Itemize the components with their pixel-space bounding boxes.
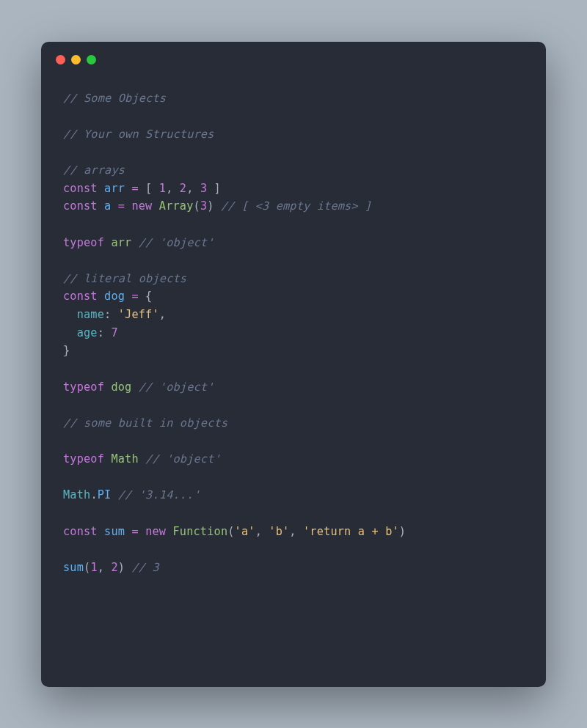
code-token: // [ <3 empty items> ] — [221, 199, 372, 213]
code-token: 'b' — [269, 525, 289, 538]
code-token: ( — [84, 561, 90, 574]
code-token: ( — [194, 199, 200, 213]
code-token: Array — [159, 199, 194, 213]
code-token — [98, 290, 104, 303]
code-content: // Some Objects // Your own Structures /… — [41, 69, 546, 599]
code-token: ) — [207, 199, 221, 213]
code-token: // Some Objects — [63, 92, 166, 105]
code-token: 1 — [90, 561, 97, 574]
code-token — [111, 199, 117, 213]
code-token: , — [166, 182, 180, 195]
code-editor-window: // Some Objects // Your own Structures /… — [41, 42, 546, 687]
code-token — [166, 525, 172, 538]
code-token: // Your own Structures — [63, 128, 214, 141]
code-token: typeof — [63, 380, 104, 394]
code-token: 'Jeff' — [118, 308, 159, 321]
code-token: { — [139, 290, 153, 303]
code-token: a — [104, 199, 111, 213]
code-token — [131, 380, 138, 394]
code-token: ) — [399, 525, 406, 538]
code-token: const — [63, 290, 98, 303]
code-token: arr — [104, 182, 125, 195]
code-token — [104, 452, 111, 466]
code-token — [139, 525, 145, 538]
code-token: : — [104, 308, 118, 321]
code-token — [63, 308, 77, 321]
code-token: ( — [227, 525, 234, 538]
code-token: 2 — [111, 561, 117, 574]
code-token: age — [77, 326, 98, 339]
code-token: , — [186, 182, 200, 195]
code-token: 3 — [200, 182, 207, 195]
code-token: 'a' — [235, 525, 255, 538]
code-token: // 'object' — [139, 236, 214, 249]
code-token: // 'object' — [139, 380, 214, 394]
code-token: [ — [139, 182, 159, 195]
code-token: sum — [104, 525, 125, 538]
code-token: // 3 — [131, 561, 158, 574]
code-token: dog — [104, 290, 125, 303]
code-token — [98, 199, 104, 213]
code-token: Math — [111, 452, 138, 466]
code-token — [139, 452, 145, 466]
code-token: name — [77, 308, 104, 321]
code-token: : — [98, 326, 112, 339]
minimize-icon[interactable] — [71, 55, 81, 65]
code-token: = — [118, 199, 125, 213]
code-token: const — [63, 182, 98, 195]
code-token: 'return a + b' — [303, 525, 399, 538]
code-token: new — [131, 199, 152, 213]
code-token: // '3.14...' — [118, 488, 200, 501]
code-token: ] — [207, 182, 221, 195]
close-icon[interactable] — [56, 55, 65, 65]
code-token: 2 — [180, 182, 186, 195]
code-token: typeof — [63, 236, 104, 249]
window-titlebar — [41, 42, 546, 69]
code-token: new — [145, 525, 166, 538]
code-token: // arrays — [63, 163, 125, 177]
code-token — [104, 380, 111, 394]
code-token: dog — [111, 380, 131, 394]
code-token: 3 — [200, 199, 207, 213]
code-token: const — [63, 525, 98, 538]
code-token: , — [255, 525, 269, 538]
code-token: 7 — [111, 326, 117, 339]
code-token: = — [131, 290, 138, 303]
code-token: // some built in objects — [63, 416, 227, 430]
code-token — [111, 488, 117, 501]
code-token: = — [131, 182, 138, 195]
code-token: sum — [63, 561, 84, 574]
code-token: const — [63, 199, 98, 213]
code-token: , — [159, 308, 166, 321]
code-token — [63, 326, 77, 339]
code-token: ) — [118, 561, 132, 574]
code-token: arr — [111, 236, 131, 249]
code-token: PI — [98, 488, 112, 501]
code-token: . — [90, 488, 97, 501]
code-token: 1 — [159, 182, 166, 195]
code-token: , — [289, 525, 303, 538]
code-token — [98, 525, 104, 538]
code-token — [104, 236, 111, 249]
code-token — [152, 199, 158, 213]
maximize-icon[interactable] — [87, 55, 96, 65]
code-token: // 'object' — [145, 452, 221, 466]
code-token — [98, 182, 104, 195]
code-token: , — [98, 561, 112, 574]
code-token: // literal objects — [63, 272, 186, 285]
code-token — [131, 236, 138, 249]
code-token: Function — [173, 525, 228, 538]
code-token: typeof — [63, 452, 104, 466]
code-token: Math — [63, 488, 90, 501]
code-token: = — [131, 525, 138, 538]
code-token: } — [63, 344, 70, 357]
